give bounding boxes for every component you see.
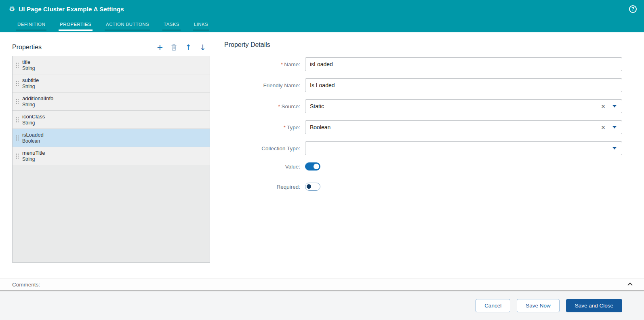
chevron-down-icon[interactable] — [612, 105, 617, 107]
tab-links[interactable]: LINKS — [193, 22, 209, 31]
required-asterisk: * — [284, 124, 286, 131]
property-list: title String subtitle String additionalI… — [12, 56, 210, 263]
save-now-button[interactable]: Save Now — [517, 299, 560, 312]
property-name: subtitle — [22, 77, 39, 84]
tab-bar: DEFINITION PROPERTIES ACTION BUTTONS TAS… — [0, 18, 644, 32]
properties-panel-header: Properties + ↑ ↓ — [12, 41, 210, 53]
settings-window: ⚙ UI Page Cluster Example A Settings ? D… — [0, 0, 644, 320]
form-row-value: Value: — [224, 162, 622, 171]
type-value: Boolean — [310, 124, 601, 131]
tab-definition[interactable]: DEFINITION — [16, 22, 46, 31]
title-bar: ⚙ UI Page Cluster Example A Settings ? — [0, 0, 644, 18]
move-up-button[interactable]: ↑ — [185, 44, 192, 51]
value-label: Value: — [224, 164, 305, 170]
property-name: isLoaded — [22, 132, 44, 138]
drag-handle-icon[interactable] — [16, 80, 19, 86]
source-label: Source: — [281, 103, 300, 109]
properties-toolbar: + ↑ ↓ — [157, 42, 210, 53]
save-and-close-button[interactable]: Save and Close — [566, 299, 622, 312]
property-name: title — [22, 59, 35, 65]
tab-tasks[interactable]: TASKS — [162, 22, 181, 31]
form-row-required: Required: — [224, 183, 622, 191]
property-name: additionalInfo — [22, 95, 53, 102]
collapse-comments-button[interactable] — [626, 282, 633, 287]
cancel-button[interactable]: Cancel — [476, 299, 510, 312]
name-input[interactable] — [305, 57, 622, 71]
clear-icon[interactable]: × — [601, 103, 605, 110]
collection-type-label: Collection Type: — [224, 145, 305, 152]
gear-icon: ⚙ — [9, 6, 15, 13]
source-select[interactable]: Static × — [305, 99, 622, 113]
property-type: String — [22, 65, 35, 72]
delete-property-button[interactable] — [171, 44, 177, 51]
drag-handle-icon[interactable] — [16, 62, 19, 68]
property-list-item[interactable]: menuTitle String — [13, 147, 210, 165]
form-row-type: *Type: Boolean × — [224, 120, 622, 134]
value-toggle[interactable] — [305, 162, 320, 171]
form-row-friendly-name: Friendly Name: — [224, 78, 622, 92]
properties-panel: Properties + ↑ ↓ title — [12, 41, 210, 278]
chevron-down-icon[interactable] — [612, 147, 617, 149]
friendly-name-input[interactable] — [305, 78, 622, 92]
drag-handle-icon[interactable] — [16, 153, 19, 159]
type-label: Type: — [287, 124, 300, 131]
comments-label: Comments: — [12, 282, 40, 288]
type-select[interactable]: Boolean × — [305, 120, 622, 134]
property-list-item[interactable]: additionalInfo String — [13, 93, 210, 111]
required-asterisk: * — [278, 103, 280, 109]
form-row-name: *Name: — [224, 57, 622, 71]
footer: Cancel Save Now Save and Close — [0, 291, 644, 320]
friendly-name-label: Friendly Name: — [224, 82, 305, 88]
chevron-down-icon[interactable] — [612, 126, 617, 128]
property-name: menuTitle — [22, 150, 45, 156]
properties-panel-title: Properties — [12, 44, 42, 51]
help-icon[interactable]: ? — [629, 5, 637, 13]
add-property-button[interactable]: + — [157, 42, 163, 53]
toggle-knob — [307, 184, 311, 189]
property-type: Boolean — [22, 138, 44, 144]
form-row-source: *Source: Static × — [224, 99, 622, 113]
comments-bar: Comments: — [0, 278, 644, 291]
toggle-knob — [314, 164, 319, 169]
chevron-up-icon — [627, 282, 633, 288]
property-name: iconClass — [22, 114, 45, 120]
main-content: Properties + ↑ ↓ title — [0, 32, 644, 278]
property-list-item[interactable]: iconClass String — [13, 111, 210, 129]
tab-action-buttons[interactable]: ACTION BUTTONS — [105, 22, 150, 31]
move-down-button[interactable]: ↓ — [200, 44, 206, 51]
required-toggle[interactable] — [305, 183, 320, 191]
collection-type-select[interactable] — [305, 141, 622, 155]
required-label: Required: — [224, 184, 305, 190]
trash-icon — [171, 44, 177, 51]
drag-handle-icon[interactable] — [16, 99, 19, 105]
form-row-collection-type: Collection Type: — [224, 141, 622, 155]
property-list-item[interactable]: title String — [13, 56, 210, 74]
property-details-panel: Property Details *Name: Friendly Name: *… — [210, 41, 622, 278]
property-list-item[interactable]: isLoaded Boolean — [13, 129, 210, 147]
property-type: String — [22, 84, 39, 90]
property-type: String — [22, 102, 53, 108]
property-details-title: Property Details — [224, 41, 622, 53]
property-type: String — [22, 120, 45, 126]
drag-handle-icon[interactable] — [16, 135, 19, 141]
header: ⚙ UI Page Cluster Example A Settings ? D… — [0, 0, 644, 32]
name-label: Name: — [284, 61, 300, 67]
required-asterisk: * — [281, 61, 283, 67]
page-title: UI Page Cluster Example A Settings — [19, 6, 124, 13]
tab-properties[interactable]: PROPERTIES — [59, 22, 93, 31]
property-type: String — [22, 156, 45, 162]
clear-icon[interactable]: × — [601, 124, 605, 131]
property-list-item[interactable]: subtitle String — [13, 74, 210, 93]
source-value: Static — [310, 103, 601, 109]
drag-handle-icon[interactable] — [16, 117, 19, 123]
